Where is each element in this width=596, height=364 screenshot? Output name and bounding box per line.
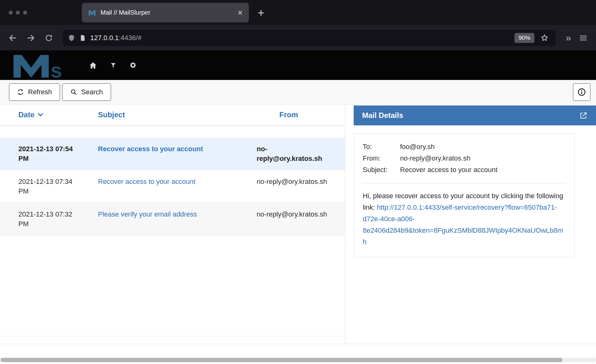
window-control-dot[interactable] — [9, 11, 13, 15]
forward-icon[interactable] — [24, 31, 38, 45]
mail-subject: Recover access to your account — [79, 144, 239, 163]
mail-from: no-reply@ory.kratos.sh — [239, 209, 345, 229]
refresh-button-label: Refresh — [28, 88, 52, 96]
column-header-subject[interactable]: Subject — [79, 110, 239, 119]
mail-date: 2021-12-13 07:32 PM — [0, 209, 79, 229]
sort-chevron-down-icon — [38, 113, 43, 117]
mail-meta: To: foo@ory.sh From: no-reply@ory.kratos… — [363, 142, 566, 175]
browser-tab[interactable]: Mail // MailSlurper × — [82, 3, 249, 22]
mail-row[interactable]: 2021-12-13 07:34 PM Recover access to yo… — [0, 170, 345, 203]
info-button[interactable] — [573, 83, 590, 101]
mail-from: no-reply@ory.kratos.sh — [239, 144, 345, 163]
app-nav-icons — [89, 61, 137, 70]
shield-icon[interactable] — [68, 34, 75, 42]
mail-details-header: Mail Details — [354, 105, 596, 125]
menu-hamburger-icon[interactable] — [576, 31, 590, 45]
mail-subject: Recover access to your account — [79, 177, 239, 196]
page-info-icon[interactable] — [79, 34, 86, 42]
subject-label: Subject: — [363, 165, 400, 175]
filter-funnel-icon[interactable] — [110, 62, 117, 69]
bottom-strip — [0, 344, 596, 364]
mailslurper-favicon-icon — [88, 10, 96, 16]
url-host: 127.0.0.1 — [90, 34, 119, 42]
refresh-button[interactable]: Refresh — [9, 83, 60, 101]
reload-icon[interactable] — [42, 31, 56, 45]
mail-row[interactable]: 2021-12-13 07:32 PM Please verify your e… — [0, 203, 345, 236]
to-value: foo@ory.sh — [400, 142, 566, 152]
tab-close-icon[interactable]: × — [238, 8, 243, 17]
from-value: no-reply@ory.kratos.sh — [400, 154, 566, 163]
url-text: 127.0.0.1:4436/# — [90, 34, 142, 42]
window-control-dot[interactable] — [16, 11, 20, 15]
mail-subject-link[interactable]: Recover access to your account — [98, 145, 203, 153]
search-button-label: Search — [81, 88, 103, 96]
mail-subject-link[interactable]: Please verify your email address — [98, 210, 197, 218]
new-tab-button[interactable]: + — [258, 7, 264, 19]
browser-tab-strip: Mail // MailSlurper × + — [0, 0, 596, 25]
home-icon[interactable] — [89, 61, 97, 70]
browser-navbar: 127.0.0.1:4436/# 90% » — [0, 25, 596, 50]
url-bar[interactable]: 127.0.0.1:4436/# 90% — [63, 30, 556, 46]
mail-list-header: Date Subject From — [0, 105, 345, 125]
window-controls — [9, 11, 82, 15]
from-label: From: — [363, 154, 400, 163]
app-header: s — [0, 50, 596, 80]
mail-body: Hi, please recover access to your accoun… — [363, 190, 566, 248]
window-control-dot[interactable] — [23, 11, 27, 15]
details-divider — [363, 183, 566, 184]
mail-list-body: 2021-12-13 07:54 PM Recover access to yo… — [0, 138, 345, 336]
bookmark-star-icon[interactable] — [540, 34, 549, 42]
refresh-icon — [17, 89, 24, 96]
column-header-date[interactable]: Date — [0, 110, 79, 119]
to-label: To: — [363, 142, 400, 152]
svg-text:s: s — [50, 59, 62, 79]
search-button[interactable]: Search — [62, 83, 111, 101]
mail-date: 2021-12-13 07:34 PM — [0, 177, 79, 196]
mail-details-pane: Mail Details To: foo@ory.sh From: no-rep… — [345, 105, 596, 344]
mail-subject-link[interactable]: Recover access to your account — [98, 178, 195, 185]
info-icon — [577, 88, 586, 96]
mail-details-title: Mail Details — [362, 111, 403, 120]
settings-gear-icon[interactable] — [129, 61, 137, 69]
mail-date: 2021-12-13 07:54 PM — [0, 144, 79, 163]
horizontal-scrollbar-thumb[interactable] — [1, 358, 562, 362]
search-icon — [70, 89, 77, 96]
tab-title: Mail // MailSlurper — [100, 9, 150, 16]
recovery-link[interactable]: http://127.0.0.1:4433/self-service/recov… — [363, 203, 563, 246]
mail-from: no-reply@ory.kratos.sh — [239, 177, 345, 196]
app-toolbar: Refresh Search — [0, 80, 596, 105]
back-icon[interactable] — [6, 31, 20, 45]
subject-value: Recover access to your account — [400, 165, 566, 175]
mail-list-pane: Date Subject From 2021-12-13 07:54 PM Re… — [0, 105, 345, 344]
overflow-chevrons-icon[interactable]: » — [566, 32, 571, 44]
column-header-from[interactable]: From — [239, 110, 345, 119]
url-path: :4436/# — [119, 34, 142, 42]
mailslurper-logo: s — [12, 51, 71, 79]
external-link-icon[interactable] — [579, 111, 588, 120]
mail-row[interactable]: 2021-12-13 07:54 PM Recover access to yo… — [0, 138, 345, 170]
mail-details-panel: To: foo@ory.sh From: no-reply@ory.kratos… — [354, 134, 575, 257]
mail-subject: Please verify your email address — [79, 209, 239, 229]
column-header-date-label: Date — [18, 110, 35, 119]
main-content: Date Subject From 2021-12-13 07:54 PM Re… — [0, 105, 596, 344]
mailslurper-window: Mail // MailSlurper × + 127.0.0.1:4436/# — [0, 0, 596, 364]
zoom-level-badge[interactable]: 90% — [515, 33, 534, 43]
